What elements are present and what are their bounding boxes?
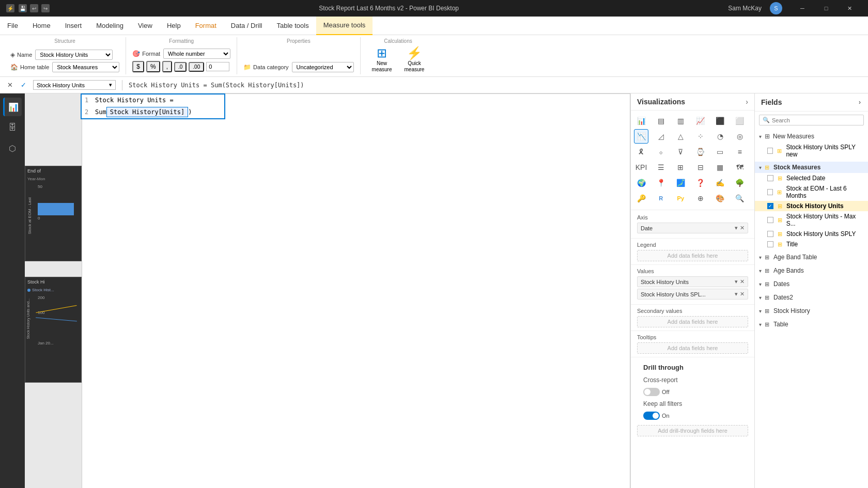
viz-analytics[interactable]: 🔍 <box>733 191 747 206</box>
viz-gauge[interactable]: ⌚ <box>693 145 708 159</box>
formula-autocomplete-item[interactable]: Stock History[Units] <box>106 107 189 117</box>
section-stock-history-header[interactable]: ▾ ⊞ Stock History <box>755 305 868 317</box>
field-stock-history-max[interactable]: ⊞ Stock History Units - Max S... <box>755 211 868 229</box>
comma-btn[interactable]: , <box>162 61 172 72</box>
name-select[interactable]: Stock History Units <box>35 50 113 60</box>
values-field-2-remove[interactable]: ✕ <box>740 291 745 297</box>
viz-filled-map[interactable]: 🌍 <box>634 176 648 190</box>
tooltips-placeholder[interactable]: Add data fields here <box>637 342 748 354</box>
viz-100pct-bar[interactable]: ▥ <box>673 114 688 128</box>
menu-format[interactable]: Format <box>188 17 224 35</box>
undo-icon[interactable]: ↩ <box>30 4 38 12</box>
section-dates2-header[interactable]: ▾ ⊞ Dates2 <box>755 292 868 303</box>
viz-pie[interactable]: ◔ <box>713 129 727 144</box>
field-stock-history-sply-new[interactable]: ⊞ Stock History Units SPLY new <box>755 142 868 160</box>
section-table-header[interactable]: ▾ ⊞ Table <box>755 319 868 330</box>
axis-field-remove[interactable]: ✕ <box>740 225 745 231</box>
section-dates-header[interactable]: ▾ ⊞ Dates <box>755 278 868 290</box>
formula-text-area[interactable]: Stock History Units = Sum(Stock History[… <box>129 82 864 89</box>
viz-slicer[interactable]: ☰ <box>654 160 668 175</box>
viz-scatter[interactable]: ⁘ <box>693 129 708 144</box>
cross-report-toggle[interactable]: Off <box>643 388 669 396</box>
viz-stacked-bar[interactable]: ▤ <box>654 114 668 128</box>
field-selected-date[interactable]: ⊞ Selected Date <box>755 173 868 183</box>
section-age-bands-header[interactable]: ▾ ⊞ Age Bands <box>755 265 868 276</box>
viz-treemap[interactable]: ▦ <box>713 160 727 175</box>
viz-format[interactable]: 🎨 <box>713 191 727 206</box>
menu-measure-tools[interactable]: Measure tools <box>316 17 373 35</box>
field-stock-history-sply[interactable]: ⊞ Stock History Units SPLY <box>755 229 868 239</box>
minimize-button[interactable]: ─ <box>791 0 814 17</box>
fields-search-input[interactable] <box>772 117 860 123</box>
viz-r-visual[interactable]: R <box>654 191 668 206</box>
dollar-btn[interactable]: $ <box>132 61 144 72</box>
viz-azure-map[interactable]: 📍 <box>654 176 668 190</box>
viz-key-influencers[interactable]: 🔑 <box>634 191 648 206</box>
section-age-band-table-header[interactable]: ▾ ⊞ Age Band Table <box>755 251 868 263</box>
viz-area-chart[interactable]: ◿ <box>654 129 668 144</box>
format-select[interactable]: Whole number <box>163 49 230 59</box>
viz-column[interactable]: 📈 <box>693 114 708 128</box>
formula-name-dropdown[interactable]: ▾ <box>109 82 112 88</box>
formula-cancel-btn[interactable]: ✕ <box>4 80 16 91</box>
viz-ribbon[interactable]: 🎗 <box>634 145 648 159</box>
menu-insert[interactable]: Insert <box>58 17 89 35</box>
values-field-1-remove[interactable]: ✕ <box>740 278 745 285</box>
chart-thumb-2[interactable]: Stock Hi Stock Hist... Stock History Uni… <box>25 277 82 383</box>
viz-bar-chart[interactable]: 📊 <box>634 114 648 128</box>
viz-custom[interactable]: ⊕ <box>693 191 708 206</box>
new-measure-btn[interactable]: ⊞ Newmeasure <box>367 44 397 75</box>
values-field-1-dropdown[interactable]: ▾ <box>735 278 738 285</box>
percent-btn[interactable]: % <box>146 61 160 72</box>
formula-editor[interactable]: 1 Stock History Units = 2 Sum Stock Hist… <box>81 93 225 119</box>
menu-modeling[interactable]: Modeling <box>89 17 131 35</box>
menu-view[interactable]: View <box>131 17 160 35</box>
secondary-values-placeholder[interactable]: Add data fields here <box>637 316 748 327</box>
viz-arcgis[interactable]: 🗾 <box>673 176 688 190</box>
viz-matrix[interactable]: ⊟ <box>693 160 708 175</box>
viz-stacked-area[interactable]: △ <box>673 129 688 144</box>
viz-kpi[interactable]: KPI <box>634 160 648 175</box>
section-new-measures-header[interactable]: ▾ ⊞ New Measures <box>755 131 868 142</box>
viz-100pct-col[interactable]: ⬜ <box>733 114 747 128</box>
decimal-dec-btn[interactable]: .00 <box>189 62 204 72</box>
keep-filters-toggle[interactable]: On <box>643 412 670 420</box>
legend-placeholder[interactable]: Add data fields here <box>637 250 748 261</box>
close-button[interactable]: ✕ <box>838 0 862 17</box>
formula-confirm-btn[interactable]: ✓ <box>18 80 29 91</box>
formula-name-box[interactable]: Stock History Units ▾ <box>33 80 116 90</box>
viz-decomp[interactable]: 🌳 <box>733 176 747 190</box>
decimal-places-input[interactable] <box>206 62 229 71</box>
menu-help[interactable]: Help <box>160 17 188 35</box>
values-field-2-dropdown[interactable]: ▾ <box>735 291 738 297</box>
field-stock-eom[interactable]: ⊞ Stock at EOM - Last 6 Months <box>755 183 868 201</box>
field-title[interactable]: ⊞ Title <box>755 239 868 249</box>
field-stock-history-units[interactable]: ✓ ⊞ Stock History Units <box>755 201 868 211</box>
sidebar-data-btn[interactable]: 🗄 <box>3 118 22 137</box>
viz-table[interactable]: ⊞ <box>673 160 688 175</box>
fields-search-box[interactable]: 🔍 <box>759 115 864 125</box>
home-table-select[interactable]: Stock Measures <box>52 62 119 72</box>
drill-through-placeholder[interactable]: Add drill-through fields here <box>637 425 748 436</box>
save-icon[interactable]: 💾 <box>19 4 27 12</box>
section-stock-measures-header[interactable]: ▾ ⊞ Stock Measures <box>755 162 868 173</box>
menu-table-tools[interactable]: Table tools <box>269 17 316 35</box>
maximize-button[interactable]: □ <box>814 0 838 17</box>
menu-data-drill[interactable]: Data / Drill <box>224 17 270 35</box>
viz-panel-toggle-icon[interactable]: › <box>746 98 748 106</box>
viz-qa[interactable]: ❓ <box>693 176 708 190</box>
decimal-inc-btn[interactable]: .0 <box>174 62 187 72</box>
viz-waterfall[interactable]: ⬦ <box>654 145 668 159</box>
fields-panel-collapse[interactable]: › <box>858 98 862 107</box>
sidebar-model-btn[interactable]: ⬡ <box>3 139 22 158</box>
viz-funnel[interactable]: ⊽ <box>673 145 688 159</box>
quick-measure-btn[interactable]: ⚡ Quickmeasure <box>399 44 430 75</box>
canvas-area[interactable]: 1 Stock History Units = 2 Sum Stock Hist… <box>25 93 630 488</box>
chart-thumb-1[interactable]: End of Year-Mon Stock at EOM - Last 50 0 <box>25 166 82 261</box>
viz-multirow[interactable]: ≡ <box>733 145 747 159</box>
viz-map[interactable]: 🗺 <box>733 160 747 175</box>
data-category-select[interactable]: Uncategorized <box>292 62 354 72</box>
viz-smart-narr[interactable]: ✍ <box>713 176 727 190</box>
menu-home[interactable]: Home <box>25 17 58 35</box>
viz-stacked-col[interactable]: ⬛ <box>713 114 727 128</box>
